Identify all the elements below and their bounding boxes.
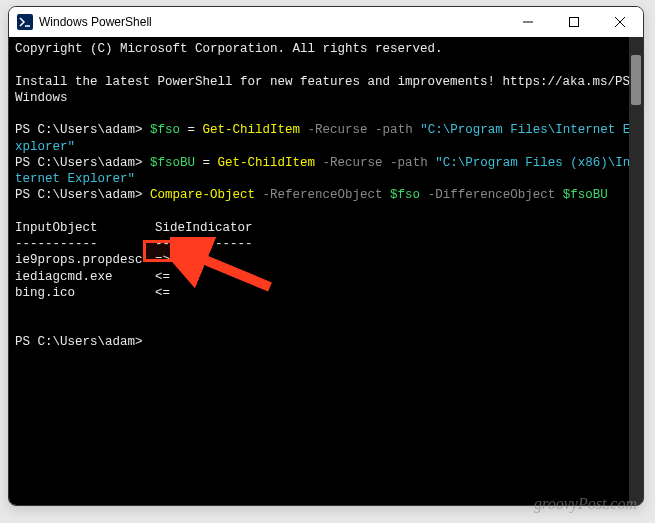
window-controls xyxy=(505,7,643,37)
minimize-button[interactable] xyxy=(505,7,551,37)
titlebar[interactable]: Windows PowerShell xyxy=(9,7,643,37)
window-title: Windows PowerShell xyxy=(39,15,505,29)
table-row: ie9props.propdesc=> xyxy=(15,252,637,268)
watermark: groovyPost.com xyxy=(534,495,637,513)
scrollbar-thumb[interactable] xyxy=(631,55,641,105)
cmd-line-3: PS C:\Users\adam> Compare-Object -Refere… xyxy=(15,187,637,203)
powershell-icon xyxy=(17,14,33,30)
prompt-line: PS C:\Users\adam> xyxy=(15,334,637,350)
table-row: bing.ico<= xyxy=(15,285,637,301)
table-divider: ------------------------ xyxy=(15,236,637,252)
table-header: InputObjectSideIndicator xyxy=(15,220,637,236)
cmd-line-1: PS C:\Users\adam> $fso = Get-ChildItem -… xyxy=(15,122,637,155)
copyright-line: Copyright (C) Microsoft Corporation. All… xyxy=(15,41,637,57)
close-button[interactable] xyxy=(597,7,643,37)
table-row: iediagcmd.exe<= xyxy=(15,269,637,285)
powershell-window: Windows PowerShell Copyright (C) Microso… xyxy=(8,6,644,506)
install-msg-line: Install the latest PowerShell for new fe… xyxy=(15,74,637,107)
terminal-area[interactable]: Copyright (C) Microsoft Corporation. All… xyxy=(9,37,643,505)
maximize-button[interactable] xyxy=(551,7,597,37)
scrollbar[interactable] xyxy=(629,37,643,505)
cmd-line-2: PS C:\Users\adam> $fsoBU = Get-ChildItem… xyxy=(15,155,637,188)
svg-rect-1 xyxy=(570,18,579,27)
